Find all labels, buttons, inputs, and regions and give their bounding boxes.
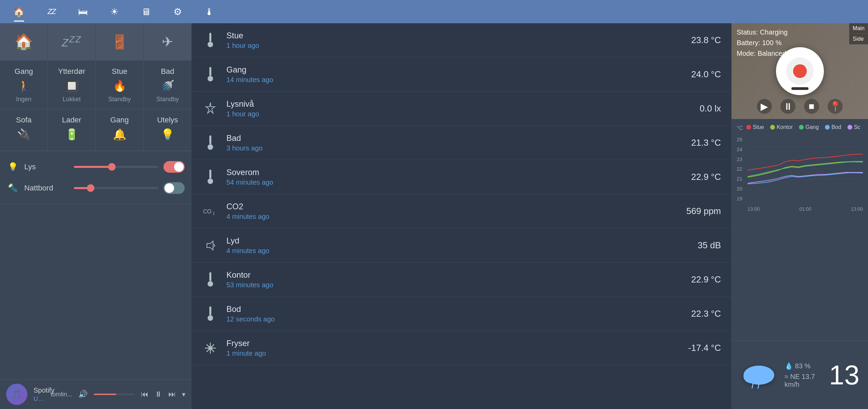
nattbord-toggle[interactable] xyxy=(163,182,185,194)
svg-line-32 xyxy=(758,384,759,389)
vacuum-card: Status: Charging Battery: 100 % Mode: Ba… xyxy=(732,23,868,119)
sensor-bad-info: Bad 3 hours ago xyxy=(226,133,684,152)
sliders-section: 💡 Lys 🔦 Nattbord xyxy=(0,151,192,204)
room-lader[interactable]: Lader 🔋 xyxy=(48,109,96,151)
next-button[interactable]: ⏭ xyxy=(168,390,176,399)
right-panel: Status: Charging Battery: 100 % Mode: Ba… xyxy=(731,23,868,409)
svg-rect-0 xyxy=(209,33,211,42)
room-gang[interactable]: Gang 🚶 Ingen xyxy=(0,61,48,109)
btn-sove[interactable]: ZZZ xyxy=(48,23,96,61)
svg-point-29 xyxy=(744,370,761,383)
svg-point-3 xyxy=(208,76,213,81)
vacuum-battery: Battery: 100 % xyxy=(737,39,788,47)
room-ytterdor[interactable]: Ytterdør 🔲 Lukket xyxy=(48,61,96,109)
chart-legend: Stue Kontor Gang Bod xyxy=(746,124,860,130)
vacuum-pause[interactable]: ⏸ xyxy=(780,99,795,114)
album-art: 🎵 xyxy=(6,384,27,405)
svg-rect-14 xyxy=(209,306,211,315)
main-layout: 🏠 ZZZ 🚪 ✈ Gang 🚶 Ingen Ytterdør 🔲 xyxy=(0,23,868,409)
sensor-lysniva-info: Lysnivå 1 hour ago xyxy=(226,99,692,118)
sensor-stue[interactable]: Stue 1 hour ago 23.8 °C xyxy=(192,23,731,57)
sensor-bod[interactable]: Bod 12 seconds ago 22.3 °C xyxy=(192,297,731,331)
svg-text:2: 2 xyxy=(213,212,215,215)
nav-home[interactable]: 🏠 xyxy=(10,3,28,20)
sensor-lyd[interactable]: Lyd 4 minutes ago 35 dB xyxy=(192,228,731,263)
legend-bod: Bod xyxy=(825,124,841,130)
sensor-lysniva-icon xyxy=(202,100,219,117)
weather-humidity: 💧 83 % xyxy=(785,362,822,370)
chart-area: 25 24 23 22 21 20 19 xyxy=(737,136,863,212)
sensor-stue-info: Stue 1 hour ago xyxy=(226,31,684,50)
room-stue[interactable]: Stue 🔥 Standby xyxy=(96,61,144,109)
sensor-kontor-icon xyxy=(202,271,219,288)
vacuum-tab-side[interactable]: Side xyxy=(849,34,868,44)
room-grid: Gang 🚶 Ingen Ytterdør 🔲 Lukket Stue 🔥 St… xyxy=(0,61,192,151)
chart-card: °C Stue Kontor Gang xyxy=(732,119,868,341)
room-sofa[interactable]: Sofa 🔌 xyxy=(0,109,48,151)
btn-fly[interactable]: ✈ xyxy=(144,23,192,61)
room-utelys[interactable]: Utelys 💡 xyxy=(144,109,192,151)
vacuum-top xyxy=(786,57,814,85)
svg-rect-2 xyxy=(209,67,211,76)
sensor-bad-icon xyxy=(202,134,219,151)
vacuum-locate[interactable]: 📍 xyxy=(828,99,843,114)
sensor-bod-icon xyxy=(202,305,219,322)
vacuum-mode: Mode: Balanced xyxy=(737,50,788,57)
volume-icon[interactable]: 🔊 xyxy=(78,390,88,399)
vacuum-play[interactable]: ▶ xyxy=(757,99,772,114)
chart-svg xyxy=(748,136,863,201)
nattbord-slider[interactable] xyxy=(74,187,158,189)
nattbord-icon: 🔦 xyxy=(7,183,19,193)
weather-icon-area xyxy=(740,361,778,389)
top-navigation: 🏠 ZZ 🛏 ☀ 🖥 ⚙ 🌡 xyxy=(0,0,868,23)
sensor-bad[interactable]: Bad 3 hours ago 21.3 °C xyxy=(192,126,731,160)
nav-sleep1[interactable]: ZZ xyxy=(45,4,58,19)
sensor-kontor-info: Kontor 53 minutes ago xyxy=(226,270,684,289)
legend-gang: Gang xyxy=(799,124,819,130)
nattbord-toggle-knob xyxy=(165,183,174,193)
sensor-stue-icon xyxy=(202,32,219,49)
nav-thermometer[interactable]: 🌡 xyxy=(202,3,217,20)
vacuum-controls: ▶ ⏸ ■ 📍 xyxy=(732,99,868,114)
lys-toggle[interactable] xyxy=(163,161,185,173)
pause-button[interactable]: ⏸ xyxy=(155,390,162,399)
weather-temperature: 13 xyxy=(829,361,859,389)
legend-sc: Sc xyxy=(847,124,860,130)
prev-button[interactable]: ⏮ xyxy=(141,390,148,399)
sensor-gang[interactable]: Gang 14 minutes ago 24.0 °C xyxy=(192,57,731,92)
music-controls: 🔊 ⏮ ⏸ ⏭ xyxy=(78,390,176,399)
sensor-fryser-info: Fryser 1 minute ago xyxy=(226,339,681,357)
expand-button[interactable]: ▾ xyxy=(182,390,185,398)
vacuum-stop[interactable]: ■ xyxy=(804,99,819,114)
btn-hjem[interactable]: 🏠 xyxy=(0,23,48,61)
sensor-lysniva[interactable]: Lysnivå 1 hour ago 0.0 lx xyxy=(192,92,731,126)
svg-point-13 xyxy=(208,281,213,287)
sensor-lyd-info: Lyd 4 minutes ago xyxy=(226,236,690,255)
volume-track[interactable] xyxy=(94,394,135,395)
lys-icon: 💡 xyxy=(7,162,19,172)
user-badge: tomlin... xyxy=(51,391,72,398)
music-player: 🎵 Spotify Under No Flag - Johan Söderqvi… xyxy=(0,379,192,409)
sensor-kontor[interactable]: Kontor 53 minutes ago 22.9 °C xyxy=(192,263,731,297)
lys-slider[interactable] xyxy=(74,166,158,168)
sensor-lyd-icon xyxy=(202,237,219,254)
nav-display[interactable]: 🖥 xyxy=(139,3,154,20)
btn-borte[interactable]: 🚪 xyxy=(96,23,144,61)
svg-rect-12 xyxy=(209,272,211,281)
room-gang2[interactable]: Gang 🔔 xyxy=(96,109,144,151)
chart-x-labels: 13:00 01:00 13:00 xyxy=(748,206,863,212)
room-bad[interactable]: Bad 🚿 Standby xyxy=(144,61,192,109)
nav-settings[interactable]: ⚙ xyxy=(171,3,185,20)
vacuum-tab-main[interactable]: Main xyxy=(849,23,868,34)
nav-sleep2[interactable]: 🛏 xyxy=(75,3,90,20)
sensor-soverom[interactable]: Soverom 54 minutes ago 22.9 °C xyxy=(192,160,731,194)
svg-marker-11 xyxy=(207,241,213,250)
weather-details: 💧 83 % ≈ NE 13.7 km/h xyxy=(785,362,822,388)
sensor-fryser[interactable]: Fryser 1 minute ago -17.4 °C xyxy=(192,331,731,365)
nav-brightness[interactable]: ☀ xyxy=(107,3,121,20)
legend-kontor: Kontor xyxy=(770,124,793,130)
sensor-list: Stue 1 hour ago 23.8 °C Gang 14 minutes … xyxy=(192,23,731,409)
svg-marker-4 xyxy=(206,103,215,113)
chart-unit: °C xyxy=(737,125,743,131)
sensor-co2[interactable]: CO 2 CO2 4 minutes ago 569 ppm xyxy=(192,194,731,228)
